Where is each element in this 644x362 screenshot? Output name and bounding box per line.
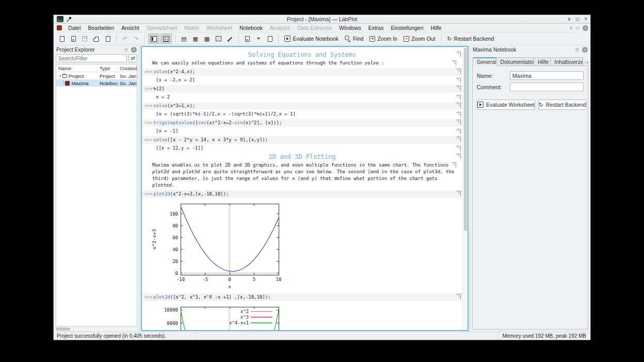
cell-fold-handle[interactable] bbox=[457, 294, 461, 299]
cell-fold-handle[interactable] bbox=[457, 69, 461, 74]
menu-hilfe[interactable]: Hilfe bbox=[427, 24, 445, 31]
close-panel-icon[interactable]: × bbox=[582, 47, 588, 53]
evaluate-notebook-button[interactable]: Evaluate Notebook bbox=[282, 34, 341, 44]
cell-fold-handle[interactable] bbox=[457, 86, 461, 91]
svg-text:x^4-x+1: x^4-x+1 bbox=[229, 320, 249, 325]
evaluate-worksheet-button[interactable]: Evaluate Worksheet bbox=[477, 100, 535, 110]
menu-datei[interactable]: Datei bbox=[65, 24, 85, 31]
notebook-command-cell[interactable]: >>>plot2d(x^2-x+3,[x,-10,10]); bbox=[142, 190, 462, 198]
menu-windows[interactable]: Windows bbox=[335, 24, 365, 31]
mdi-minimize-icon[interactable]: ∨ bbox=[569, 25, 573, 30]
restart-backend-button[interactable]: ↻Restart Backend bbox=[445, 34, 497, 44]
tab-general[interactable]: General bbox=[473, 57, 497, 66]
float-panel-icon[interactable]: ◇ bbox=[124, 47, 128, 52]
horizontal-scrollbar[interactable] bbox=[55, 327, 138, 331]
column-header-name[interactable]: Name bbox=[56, 64, 98, 72]
column-header-type[interactable]: Type bbox=[98, 64, 118, 72]
scrollbar-thumb[interactable] bbox=[56, 327, 70, 331]
maximize-icon[interactable]: ◇ bbox=[575, 17, 579, 22]
menu-bearbeiten[interactable]: Bearbeiten bbox=[85, 24, 118, 31]
cell-fold-handle[interactable] bbox=[457, 112, 461, 117]
restart-backend-button[interactable]: ↻ Restart Backend bbox=[538, 100, 587, 110]
mdi-close-icon[interactable]: × bbox=[583, 25, 588, 31]
new-workbook-button[interactable]: ▤ bbox=[179, 34, 189, 44]
menu-einstellungen[interactable]: Einstellungen bbox=[387, 24, 427, 31]
cell-fold-handle[interactable] bbox=[457, 137, 461, 142]
command-code: solve([x - 2*y = 14, x + 3*y = 9],[x,y])… bbox=[153, 137, 268, 143]
cell-fold-handle[interactable] bbox=[457, 78, 461, 83]
menu-analysis[interactable]: Analysis bbox=[266, 24, 294, 31]
maxima-window-icon[interactable] bbox=[57, 25, 62, 30]
tab-dokumentation[interactable]: Dokumentation bbox=[496, 57, 535, 66]
cell-fold-handle[interactable] bbox=[457, 146, 461, 151]
menu-notebook[interactable]: Notebook bbox=[236, 24, 266, 31]
name-field[interactable] bbox=[510, 71, 584, 80]
tab-scroll-right-icon[interactable]: › bbox=[587, 59, 588, 65]
cell-fold-handle[interactable] bbox=[457, 95, 461, 100]
comment-field[interactable] bbox=[510, 83, 584, 91]
notebook-content[interactable]: Solving Equations and SystemsWe can easi… bbox=[142, 47, 462, 330]
cell-fold-handle[interactable] bbox=[457, 52, 461, 57]
scrollbar-thumb[interactable] bbox=[464, 48, 467, 231]
cell-fold-handle[interactable] bbox=[457, 120, 461, 125]
menu-data-extractor[interactable]: Data Extractor bbox=[294, 24, 335, 31]
undo-button[interactable]: ↶ bbox=[120, 34, 130, 44]
tab-inhaltsverzeichnis[interactable]: Inhaltsverzeichn bbox=[550, 57, 583, 66]
save-project-button[interactable] bbox=[79, 34, 90, 44]
zoom-in-button[interactable]: +Zoom In bbox=[367, 34, 400, 44]
new-script-button[interactable] bbox=[265, 34, 275, 44]
document-open-icon bbox=[71, 36, 76, 42]
mdi-maximize-icon[interactable]: ◇ bbox=[576, 25, 579, 30]
notebook-command-cell[interactable]: >>>solve(x^2-4,x); bbox=[142, 68, 462, 76]
vertical-scrollbar[interactable] bbox=[462, 47, 468, 330]
new-document-button[interactable] bbox=[57, 34, 67, 44]
open-document-button[interactable] bbox=[68, 34, 78, 44]
cell-fold-handle[interactable] bbox=[457, 103, 461, 108]
cell-fold-handle[interactable] bbox=[452, 162, 456, 168]
statusbar: Project successfully opened (in 0,405 se… bbox=[54, 332, 590, 340]
minimize-icon[interactable]: ∨ bbox=[567, 17, 571, 22]
toggle-project-explorer-button[interactable] bbox=[148, 34, 159, 44]
tree-row-project[interactable]: ∨ Project Project So. Jan. 2 18: bbox=[56, 72, 137, 79]
expander-icon[interactable]: ∨ bbox=[59, 74, 61, 78]
toggle-properties-explorer-button[interactable] bbox=[160, 34, 172, 44]
notebook-command-cell[interactable]: >>>solve([x - 2*y = 14, x + 3*y = 9],[x,… bbox=[142, 136, 462, 144]
menu-matrix[interactable]: Matrix bbox=[181, 24, 203, 31]
print-preview-button[interactable] bbox=[103, 34, 113, 44]
pin-icon[interactable] bbox=[67, 17, 72, 22]
import-data-button[interactable]: ← bbox=[213, 34, 224, 44]
tab-scroll-left-icon[interactable]: ‹ bbox=[584, 59, 585, 65]
redo-button[interactable]: ↷ bbox=[131, 34, 141, 44]
cell-fold-handle[interactable] bbox=[457, 129, 461, 134]
notebook-command-cell[interactable]: >>>solve(x^3=1,x); bbox=[142, 102, 462, 110]
tree-row-maxima[interactable]: └ Maxima Notebook So. Jan. 2 18: bbox=[56, 79, 137, 87]
filter-options-button[interactable]: ⇄ bbox=[128, 54, 137, 62]
cell-fold-handle[interactable] bbox=[457, 191, 461, 196]
close-panel-icon[interactable]: × bbox=[131, 47, 137, 53]
find-button[interactable]: Find bbox=[342, 34, 366, 44]
notebook-command-cell[interactable]: >>>plot2d([x^2, x^3, x^4 -x +1] ,[x,-10,… bbox=[142, 293, 462, 301]
data-extractor-button[interactable] bbox=[225, 34, 235, 44]
new-spreadsheet-button[interactable]: ▦ bbox=[190, 34, 200, 44]
new-matrix-button[interactable]: ▩ bbox=[202, 34, 212, 44]
cell-fold-handle[interactable] bbox=[457, 154, 461, 159]
command-code: %[2] bbox=[153, 86, 165, 92]
print-button[interactable] bbox=[91, 34, 102, 44]
menu-spreadsheet[interactable]: Spreadsheet bbox=[143, 24, 181, 31]
notebook-command-cell[interactable]: >>>%[2] bbox=[142, 85, 462, 93]
menu-extras[interactable]: Extras bbox=[365, 24, 388, 31]
new-notebook-button[interactable] bbox=[242, 34, 252, 44]
restart-backend-label: Restart Backend bbox=[454, 36, 494, 42]
search-input[interactable] bbox=[56, 54, 127, 62]
tab-hilfe[interactable]: Hilfe bbox=[534, 57, 551, 66]
float-panel-icon[interactable]: ◇ bbox=[575, 47, 579, 52]
column-header-created[interactable]: Created bbox=[118, 64, 137, 72]
cell-fold-handle[interactable] bbox=[452, 60, 456, 65]
zoom-out-button[interactable]: −Zoom Out bbox=[401, 34, 438, 44]
menu-worksheet[interactable]: Worksheet bbox=[203, 24, 236, 31]
new-notebook-dropdown-button[interactable] bbox=[253, 34, 264, 44]
menu-ansicht[interactable]: Ansicht bbox=[118, 24, 142, 31]
close-icon[interactable]: × bbox=[584, 17, 587, 22]
project-explorer-panel: Project Explorer ◇ × ⇄ Name Type Created… bbox=[54, 45, 140, 332]
notebook-command-cell[interactable]: >>>trigsimp(solve([cos(x)^2-x=2-sin(x)^2… bbox=[142, 119, 462, 127]
